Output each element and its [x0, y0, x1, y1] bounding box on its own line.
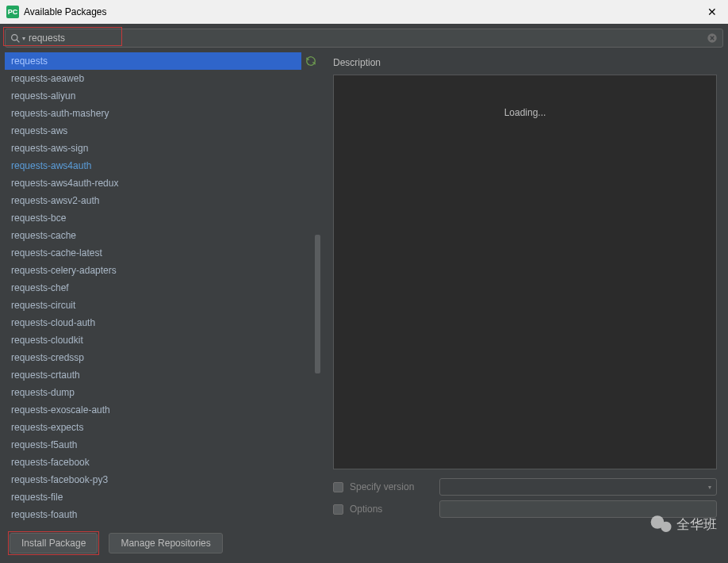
package-list[interactable]: requests-aeawebrequests-aliyunrequests-a… [5, 70, 320, 523]
clear-search-icon[interactable] [707, 33, 718, 44]
package-item[interactable]: requests-facebook [5, 454, 320, 471]
selected-package-item[interactable]: requests [5, 52, 301, 70]
specify-version-checkbox[interactable] [333, 482, 343, 492]
package-item[interactable]: requests-cache [5, 227, 320, 244]
package-list-wrap: requests requests-aeawebrequests-aliyunr… [5, 52, 320, 523]
main-area: requests requests-aeawebrequests-aliyunr… [0, 52, 728, 528]
package-item[interactable]: requests-aws4auth-redux [5, 174, 320, 192]
search-icon [10, 33, 21, 44]
pycharm-app-icon: PC [6, 6, 19, 18]
specify-version-label: Specify version [350, 481, 433, 492]
svg-point-4 [661, 522, 671, 532]
manage-repositories-button[interactable]: Manage Repositories [109, 533, 222, 553]
titlebar: PC Available Packages ✕ [0, 0, 728, 24]
search-input[interactable] [29, 33, 707, 44]
package-item[interactable]: requests-auth-mashery [5, 105, 320, 122]
scrollbar-thumb[interactable] [315, 235, 320, 373]
package-item[interactable]: requests-foauth [5, 506, 320, 523]
search-box: ▾ [5, 29, 723, 48]
loading-text: Loading... [504, 107, 546, 118]
package-item[interactable]: requests-aliyun [5, 87, 320, 105]
version-select[interactable]: ▾ [439, 478, 717, 496]
options-label: Options [350, 504, 433, 515]
install-package-label: Install Package [21, 538, 86, 549]
install-package-button[interactable]: Install Package [10, 533, 98, 553]
button-bar: Install Package Manage Repositories [0, 528, 728, 563]
package-item[interactable]: requests-aeaweb [5, 70, 320, 87]
package-item[interactable]: requests-expects [5, 419, 320, 436]
package-item[interactable]: requests-aws [5, 122, 320, 140]
description-label: Description [333, 57, 717, 68]
package-item[interactable]: requests-cloudkit [5, 331, 320, 349]
description-box: Loading... [333, 75, 717, 469]
package-item[interactable]: requests-crtauth [5, 366, 320, 384]
search-input-wrap[interactable]: ▾ [5, 29, 723, 48]
manage-repositories-label: Manage Repositories [121, 538, 210, 549]
package-item[interactable]: requests-file [5, 488, 320, 506]
close-icon[interactable]: ✕ [703, 6, 722, 18]
package-item[interactable]: requests-exoscale-auth [5, 401, 320, 419]
package-item[interactable]: requests-aws4auth [5, 157, 320, 174]
package-item[interactable]: requests-credssp [5, 349, 320, 366]
list-header-row: requests [5, 52, 320, 70]
package-item[interactable]: requests-awsv2-auth [5, 192, 320, 209]
reload-button[interactable] [301, 52, 320, 70]
svg-line-1 [17, 40, 19, 42]
package-item[interactable]: requests-circuit [5, 297, 320, 314]
svg-point-0 [12, 34, 17, 40]
package-item[interactable]: requests-facebook-py3 [5, 471, 320, 488]
description-pane: Description Loading... Specify version ▾… [327, 52, 723, 523]
watermark-text: 全华班 [676, 515, 717, 534]
reload-icon [305, 56, 316, 67]
window-title: Available Packages [24, 6, 703, 17]
options-checkbox[interactable] [333, 504, 343, 515]
package-item[interactable]: requests-aws-sign [5, 140, 320, 157]
wechat-icon [649, 514, 673, 534]
search-dropdown-icon[interactable]: ▾ [22, 35, 25, 42]
package-item[interactable]: requests-celery-adapters [5, 262, 320, 279]
specify-version-row: Specify version ▾ [333, 476, 717, 498]
package-item[interactable]: requests-chef [5, 279, 320, 297]
search-row: ▾ [0, 24, 728, 52]
dialog-content: ▾ requests requests-aeawebrequests-aliyu… [0, 24, 728, 563]
package-item[interactable]: requests-cloud-auth [5, 314, 320, 331]
package-item[interactable]: requests-bce [5, 209, 320, 227]
package-item[interactable]: requests-dump [5, 384, 320, 401]
package-list-pane: requests requests-aeawebrequests-aliyunr… [5, 52, 320, 523]
package-item[interactable]: requests-cache-latest [5, 244, 320, 262]
package-item[interactable]: requests-f5auth [5, 436, 320, 454]
watermark: 全华班 [649, 514, 717, 534]
chevron-down-icon: ▾ [708, 484, 711, 491]
